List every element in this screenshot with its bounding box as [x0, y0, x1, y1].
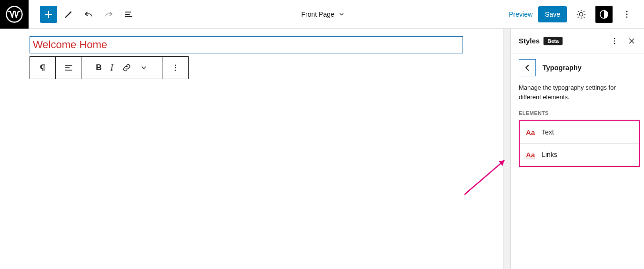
svg-point-3: [626, 13, 628, 15]
link-icon: [122, 63, 131, 72]
editor-scrollbar[interactable]: [503, 29, 511, 269]
svg-line-8: [464, 160, 504, 195]
undo-icon: [83, 9, 94, 20]
editor-topbar: Front Page Preview Save: [0, 0, 644, 29]
svg-point-11: [614, 40, 615, 41]
elements-panel: Aa Text Aa Links: [519, 120, 640, 167]
svg-point-0: [7, 6, 22, 22]
paragraph-icon: [38, 63, 48, 72]
element-row-label: Links: [542, 151, 557, 158]
svg-point-4: [626, 16, 628, 18]
list-view-icon: [123, 9, 134, 20]
pencil-icon: [63, 9, 74, 20]
chevron-left-icon: [523, 63, 532, 72]
svg-point-12: [614, 43, 615, 44]
block-type-button[interactable]: [30, 57, 56, 79]
inline-format-group: B I: [81, 57, 162, 79]
sidebar-section-title: Typography: [543, 64, 582, 72]
editor-canvas[interactable]: Welcome Home B I: [0, 29, 503, 269]
more-options-button[interactable]: [618, 6, 635, 23]
template-label: Front Page: [302, 10, 334, 18]
wordpress-logo[interactable]: [0, 0, 29, 29]
svg-point-5: [175, 65, 176, 66]
block-more-button[interactable]: [162, 57, 188, 79]
sidebar-description: Manage the typography settings for diffe…: [511, 81, 644, 110]
kebab-icon: [622, 10, 632, 19]
svg-point-6: [175, 67, 176, 68]
sidebar-back-button[interactable]: [519, 59, 536, 76]
add-block-button[interactable]: [40, 6, 57, 23]
styles-sidebar: Styles Beta Typography Manage the typogr…: [511, 29, 644, 269]
kebab-icon: [610, 37, 619, 45]
edit-tool-button[interactable]: [60, 6, 77, 23]
redo-icon: [103, 9, 114, 20]
undo-button[interactable]: [80, 6, 97, 23]
styles-button[interactable]: [595, 6, 613, 23]
sidebar-subheader: Typography: [511, 53, 644, 81]
element-row-label: Text: [542, 128, 554, 136]
close-icon: [628, 37, 635, 45]
block-toolbar: B I: [30, 56, 189, 79]
topbar-right-tools: Preview Save: [509, 6, 644, 23]
elements-heading: ELEMENTS: [511, 110, 644, 120]
beta-badge: Beta: [543, 37, 563, 45]
preview-link[interactable]: Preview: [509, 10, 533, 18]
heading-block[interactable]: Welcome Home: [30, 36, 463, 53]
typography-sample-icon: Aa: [526, 128, 535, 136]
chevron-down-icon: [140, 64, 148, 72]
list-view-button[interactable]: [120, 6, 137, 23]
wordpress-icon: [6, 6, 23, 23]
more-inline-button[interactable]: [140, 64, 148, 72]
chevron-down-icon: [338, 11, 345, 18]
kebab-icon: [171, 63, 180, 72]
settings-button[interactable]: [573, 6, 590, 23]
element-row-links[interactable]: Aa Links: [520, 143, 639, 166]
align-button[interactable]: [56, 57, 81, 79]
typography-sample-icon: Aa: [526, 151, 535, 159]
gear-icon: [576, 9, 586, 20]
sidebar-header: Styles Beta: [511, 29, 644, 53]
sidebar-title: Styles: [519, 37, 540, 45]
align-icon: [64, 63, 73, 72]
sidebar-more-button[interactable]: [608, 34, 621, 48]
template-selector[interactable]: Front Page: [137, 10, 509, 18]
svg-point-2: [626, 10, 628, 12]
sidebar-close-button[interactable]: [625, 34, 638, 48]
topbar-left-tools: [29, 6, 137, 23]
bold-button[interactable]: B: [96, 63, 101, 72]
editor-main: Welcome Home B I: [0, 29, 644, 269]
save-button[interactable]: Save: [538, 6, 567, 22]
plus-icon: [43, 9, 54, 20]
contrast-icon: [599, 9, 609, 20]
italic-button[interactable]: I: [111, 63, 113, 73]
link-button[interactable]: [122, 63, 131, 72]
svg-point-10: [614, 38, 615, 39]
svg-point-7: [175, 70, 176, 71]
element-row-text[interactable]: Aa Text: [520, 121, 639, 144]
redo-button[interactable]: [100, 6, 117, 23]
